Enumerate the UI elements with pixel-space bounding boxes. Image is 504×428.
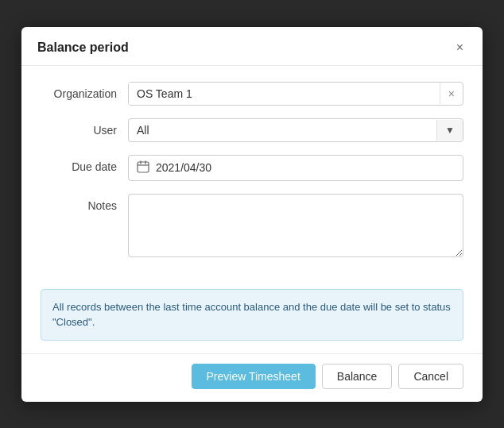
svg-rect-0 <box>138 162 149 172</box>
notes-label: Notes <box>41 194 128 212</box>
dialog-footer: Preview Timesheet Balance Cancel <box>21 353 483 402</box>
organization-clear-button[interactable]: × <box>440 83 463 104</box>
notes-textarea[interactable] <box>128 194 463 257</box>
due-date-field-wrapper <box>128 155 463 181</box>
notes-field-wrapper <box>128 194 463 260</box>
dropdown-arrow-icon: ▼ <box>436 120 463 141</box>
due-date-label: Due date <box>41 155 128 173</box>
user-select-group: All ▼ <box>128 118 463 142</box>
organization-field-wrapper: × <box>128 82 463 106</box>
organization-label: Organization <box>41 82 128 100</box>
organization-input-group: × <box>128 82 463 106</box>
user-select[interactable]: All <box>129 119 436 141</box>
balance-button[interactable]: Balance <box>322 364 393 389</box>
calendar-icon <box>137 160 149 175</box>
balance-period-dialog: Balance period × Organization × User All <box>21 27 483 402</box>
dialog-title: Balance period <box>37 40 129 55</box>
user-field-wrapper: All ▼ <box>128 118 463 142</box>
due-date-row: Due date <box>41 155 463 181</box>
dialog-header: Balance period × <box>21 27 483 66</box>
due-date-input[interactable] <box>156 161 455 174</box>
notes-row: Notes <box>41 194 463 260</box>
dialog-body: Organization × User All ▼ D <box>21 66 483 286</box>
user-row: User All ▼ <box>41 118 463 142</box>
info-message-box: All records between the last time accoun… <box>41 289 463 341</box>
due-date-input-group <box>128 155 463 181</box>
preview-timesheet-button[interactable]: Preview Timesheet <box>192 364 316 389</box>
user-label: User <box>41 118 128 137</box>
organization-row: Organization × <box>41 82 463 106</box>
organization-input[interactable] <box>129 83 440 105</box>
close-button[interactable]: × <box>453 40 467 56</box>
cancel-button[interactable]: Cancel <box>398 364 463 389</box>
